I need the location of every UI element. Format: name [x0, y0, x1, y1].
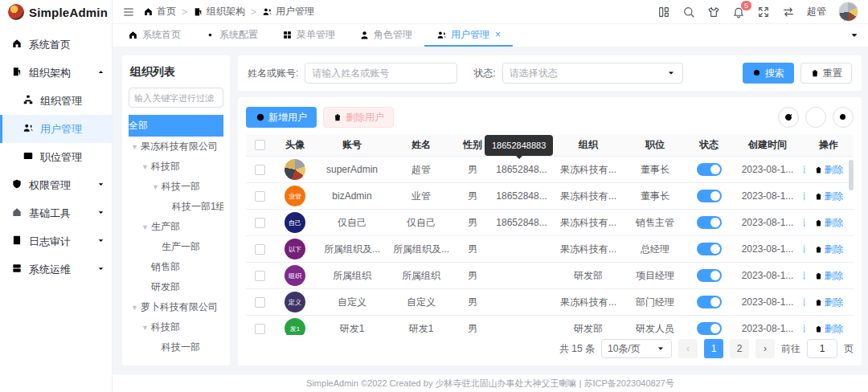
- status-toggle[interactable]: [697, 296, 722, 308]
- tab-4[interactable]: 用户管理 ×: [424, 24, 513, 47]
- delete-link[interactable]: 删除: [814, 296, 844, 309]
- org-tree-filter-input[interactable]: [129, 88, 223, 108]
- layout-icon[interactable]: [657, 6, 670, 18]
- tab-1[interactable]: 系统配置: [193, 24, 270, 47]
- theme-shirt-icon[interactable]: [707, 6, 720, 18]
- edit-link[interactable]: 编辑: [804, 190, 806, 203]
- more-link[interactable]: 更多: [852, 296, 854, 309]
- more-link[interactable]: 更多: [852, 216, 854, 230]
- delete-link[interactable]: 删除: [814, 190, 844, 203]
- row-checkbox[interactable]: [255, 244, 265, 255]
- collapse-sidebar-button[interactable]: [122, 6, 135, 18]
- reset-button[interactable]: 重置: [800, 63, 852, 84]
- caret-down-icon[interactable]: ▼: [130, 143, 139, 151]
- goto-label: 前往: [781, 342, 800, 356]
- delete-user-button[interactable]: 删除用户: [323, 107, 394, 128]
- trash-icon: [814, 272, 823, 280]
- more-link[interactable]: 更多: [852, 269, 854, 283]
- refresh-icon[interactable]: [778, 107, 799, 128]
- edit-link[interactable]: 编辑: [804, 296, 806, 309]
- row-checkbox[interactable]: [255, 324, 265, 334]
- tree-node-4[interactable]: 科技一部1组: [129, 197, 223, 217]
- edit-link[interactable]: 编辑: [804, 269, 806, 283]
- next-page-button[interactable]: ›: [755, 339, 775, 358]
- tree-node-6[interactable]: 生产一部: [129, 237, 223, 257]
- more-link[interactable]: 更多: [852, 190, 854, 203]
- breadcrumb-item-0[interactable]: 首页: [143, 5, 176, 18]
- breadcrumb-item-2[interactable]: 用户管理: [262, 5, 314, 18]
- edit-link[interactable]: 编辑: [804, 216, 806, 230]
- caret-down-icon[interactable]: ▼: [151, 183, 160, 191]
- caret-down-icon[interactable]: ▼: [141, 324, 149, 332]
- more-link[interactable]: 更多: [852, 243, 854, 256]
- row-checkbox[interactable]: [255, 297, 265, 308]
- tree-node-11[interactable]: 科技一部: [129, 337, 223, 357]
- switch-icon[interactable]: [782, 6, 795, 18]
- delete-link[interactable]: 删除: [814, 269, 844, 283]
- status-toggle[interactable]: [697, 269, 722, 282]
- add-user-button[interactable]: 新增用户: [246, 107, 317, 128]
- edit-link[interactable]: 编辑: [804, 243, 806, 256]
- tab-0[interactable]: 系统首页: [116, 24, 193, 47]
- delete-link[interactable]: 删除: [814, 243, 844, 256]
- sidebar-item-0[interactable]: 系统首页: [0, 31, 112, 59]
- status-toggle[interactable]: [697, 322, 722, 335]
- tree-node-9[interactable]: ▼ 萝卜科技有限公司: [129, 297, 223, 317]
- table-scrollbar[interactable]: [849, 160, 854, 190]
- status-filter-select[interactable]: 请选择状态: [502, 63, 683, 84]
- tabs-dropdown-icon[interactable]: [849, 24, 860, 47]
- prev-page-button[interactable]: ‹: [678, 339, 698, 358]
- tree-node-7[interactable]: 销售部: [129, 257, 223, 277]
- tree-node-1[interactable]: ▼ 果冻科技有限公司: [129, 137, 223, 157]
- sidebar-item-8[interactable]: 系统运维: [0, 255, 112, 284]
- row-checkbox[interactable]: [255, 165, 265, 175]
- page-button-2[interactable]: 2: [730, 339, 749, 358]
- tab-2[interactable]: 菜单管理: [270, 24, 347, 47]
- fullscreen-icon[interactable]: [757, 6, 770, 18]
- status-toggle[interactable]: [697, 216, 722, 229]
- table-search-icon[interactable]: [833, 107, 854, 128]
- edit-link[interactable]: 编辑: [804, 163, 806, 177]
- column-settings-icon[interactable]: [805, 107, 826, 128]
- sidebar-item-1[interactable]: 组织架构: [0, 59, 112, 87]
- page-size-select[interactable]: 10条/页: [601, 339, 672, 358]
- page-button-1[interactable]: 1: [704, 339, 723, 358]
- more-link[interactable]: 更多: [852, 322, 854, 336]
- tree-node-10[interactable]: ▼ 科技部: [129, 317, 223, 337]
- tab-3[interactable]: 角色管理: [347, 24, 424, 47]
- edit-link[interactable]: 编辑: [804, 322, 806, 336]
- row-checkbox[interactable]: [255, 191, 265, 202]
- name-filter-input[interactable]: [305, 63, 457, 84]
- sidebar-item-7[interactable]: 日志审计: [0, 227, 112, 255]
- search-button[interactable]: 搜索: [743, 63, 794, 84]
- notification-bell-icon[interactable]: 5: [732, 6, 745, 18]
- tree-node-2[interactable]: ▼ 科技部: [129, 157, 223, 177]
- sidebar-item-3[interactable]: 用户管理: [0, 115, 112, 143]
- tree-node-8[interactable]: 研发部: [129, 277, 223, 297]
- breadcrumb-item-1[interactable]: 组织架构: [193, 5, 245, 18]
- select-all-checkbox[interactable]: [255, 140, 265, 150]
- sidebar-item-2[interactable]: 组织管理: [0, 87, 112, 115]
- sidebar-item-5[interactable]: 权限管理: [0, 171, 112, 199]
- tree-node-0[interactable]: 全部: [129, 115, 223, 137]
- caret-down-icon[interactable]: ▼: [130, 304, 139, 312]
- delete-link[interactable]: 删除: [814, 216, 844, 230]
- delete-link[interactable]: 删除: [814, 322, 844, 336]
- row-checkbox[interactable]: [255, 218, 265, 228]
- goto-page-input[interactable]: [807, 339, 837, 358]
- status-toggle[interactable]: [697, 190, 722, 202]
- tree-node-3[interactable]: ▼ 科技一部: [129, 177, 223, 197]
- row-checkbox[interactable]: [255, 271, 265, 281]
- search-icon[interactable]: [682, 6, 695, 18]
- caret-down-icon[interactable]: ▼: [141, 223, 149, 231]
- tree-node-5[interactable]: ▼ 生产部: [129, 217, 223, 237]
- caret-down-icon[interactable]: ▼: [141, 163, 149, 171]
- user-avatar[interactable]: [838, 2, 858, 22]
- delete-link[interactable]: 删除: [814, 163, 844, 177]
- sidebar-item-4[interactable]: 职位管理: [0, 143, 112, 171]
- status-toggle[interactable]: [697, 243, 722, 255]
- status-toggle[interactable]: [697, 163, 722, 176]
- sidebar-item-6[interactable]: 基础工具: [0, 199, 112, 227]
- tab-close-icon[interactable]: ×: [495, 30, 501, 39]
- current-username[interactable]: 超管: [807, 5, 826, 18]
